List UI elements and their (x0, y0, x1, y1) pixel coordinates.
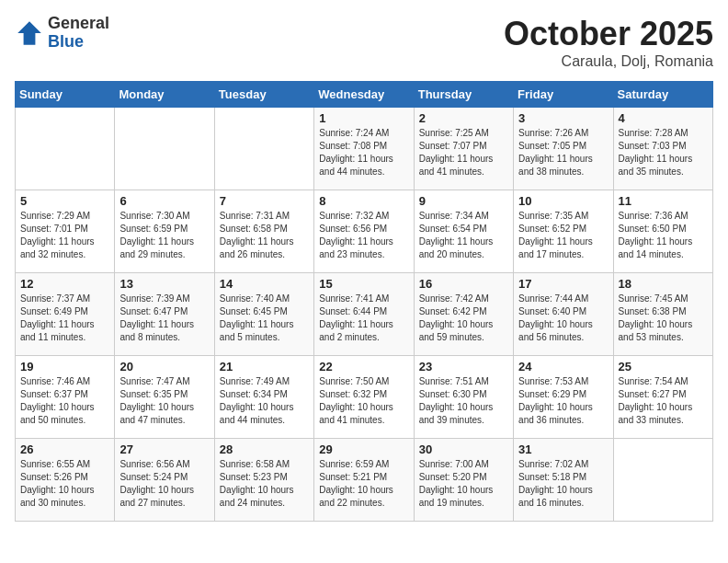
day-info: Sunrise: 7:51 AM Sunset: 6:30 PM Dayligh… (419, 375, 508, 427)
day-info: Sunrise: 7:47 AM Sunset: 6:35 PM Dayligh… (119, 375, 209, 427)
day-info: Sunrise: 7:25 AM Sunset: 7:07 PM Dayligh… (419, 127, 508, 178)
day-info: Sunrise: 7:37 AM Sunset: 6:49 PM Dayligh… (20, 293, 109, 344)
calendar-cell: 8Sunrise: 7:32 AM Sunset: 6:56 PM Daylig… (314, 190, 414, 273)
week-row-2: 5Sunrise: 7:29 AM Sunset: 7:01 PM Daylig… (16, 190, 713, 273)
day-info: Sunrise: 7:50 AM Sunset: 6:32 PM Dayligh… (319, 375, 408, 427)
calendar-cell: 20Sunrise: 7:47 AM Sunset: 6:35 PM Dayli… (115, 356, 214, 439)
calendar-cell: 14Sunrise: 7:40 AM Sunset: 6:45 PM Dayli… (214, 273, 313, 356)
calendar-cell: 11Sunrise: 7:36 AM Sunset: 6:50 PM Dayli… (613, 190, 712, 273)
day-info: Sunrise: 7:31 AM Sunset: 6:58 PM Dayligh… (220, 210, 309, 261)
day-number: 24 (518, 360, 608, 373)
day-info: Sunrise: 7:30 AM Sunset: 6:59 PM Dayligh… (119, 210, 209, 261)
header-day-saturday: Saturday (613, 82, 712, 108)
day-info: Sunrise: 7:54 AM Sunset: 6:27 PM Dayligh… (619, 375, 708, 427)
header-row: SundayMondayTuesdayWednesdayThursdayFrid… (16, 82, 713, 108)
logo-general: General (48, 15, 109, 33)
day-number: 28 (220, 442, 309, 456)
day-info: Sunrise: 7:00 AM Sunset: 5:20 PM Dayligh… (419, 458, 508, 510)
title-block: October 2025 Caraula, Dolj, Romania (504, 15, 713, 70)
calendar-header: SundayMondayTuesdayWednesdayThursdayFrid… (16, 82, 713, 108)
calendar-cell: 6Sunrise: 7:30 AM Sunset: 6:59 PM Daylig… (115, 190, 214, 273)
day-info: Sunrise: 7:02 AM Sunset: 5:18 PM Dayligh… (518, 458, 608, 510)
day-info: Sunrise: 7:40 AM Sunset: 6:45 PM Dayligh… (220, 293, 309, 344)
calendar-cell: 18Sunrise: 7:45 AM Sunset: 6:38 PM Dayli… (613, 273, 712, 356)
day-info: Sunrise: 6:59 AM Sunset: 5:21 PM Dayligh… (319, 458, 408, 510)
calendar-cell: 22Sunrise: 7:50 AM Sunset: 6:32 PM Dayli… (314, 356, 414, 439)
calendar-cell: 19Sunrise: 7:46 AM Sunset: 6:37 PM Dayli… (16, 356, 115, 439)
page-header: General Blue October 2025 Caraula, Dolj,… (15, 15, 713, 70)
day-info: Sunrise: 7:29 AM Sunset: 7:01 PM Dayligh… (20, 210, 109, 261)
subtitle: Caraula, Dolj, Romania (504, 53, 713, 70)
calendar-cell: 24Sunrise: 7:53 AM Sunset: 6:29 PM Dayli… (514, 356, 613, 439)
logo-blue: Blue (48, 33, 109, 52)
calendar-cell: 5Sunrise: 7:29 AM Sunset: 7:01 PM Daylig… (16, 190, 115, 273)
day-number: 3 (518, 111, 608, 125)
day-info: Sunrise: 6:55 AM Sunset: 5:26 PM Dayligh… (20, 458, 109, 510)
month-title: October 2025 (504, 15, 713, 53)
calendar-body: 1Sunrise: 7:24 AM Sunset: 7:08 PM Daylig… (16, 108, 713, 522)
day-info: Sunrise: 7:39 AM Sunset: 6:47 PM Dayligh… (119, 293, 209, 344)
day-number: 8 (319, 194, 408, 208)
logo: General Blue (15, 15, 109, 52)
calendar-cell: 16Sunrise: 7:42 AM Sunset: 6:42 PM Dayli… (414, 273, 513, 356)
calendar-cell: 7Sunrise: 7:31 AM Sunset: 6:58 PM Daylig… (214, 190, 313, 273)
calendar-cell: 23Sunrise: 7:51 AM Sunset: 6:30 PM Dayli… (414, 356, 513, 439)
day-number: 29 (319, 442, 408, 456)
day-number: 27 (119, 442, 209, 456)
calendar-cell (115, 108, 214, 190)
week-row-5: 26Sunrise: 6:55 AM Sunset: 5:26 PM Dayli… (16, 439, 713, 522)
calendar-cell: 12Sunrise: 7:37 AM Sunset: 6:49 PM Dayli… (16, 273, 115, 356)
calendar-cell: 26Sunrise: 6:55 AM Sunset: 5:26 PM Dayli… (16, 439, 115, 522)
day-number: 17 (518, 277, 608, 291)
day-info: Sunrise: 7:41 AM Sunset: 6:44 PM Dayligh… (319, 293, 408, 344)
calendar-cell: 10Sunrise: 7:35 AM Sunset: 6:52 PM Dayli… (514, 190, 613, 273)
week-row-4: 19Sunrise: 7:46 AM Sunset: 6:37 PM Dayli… (16, 356, 713, 439)
day-number: 26 (20, 442, 109, 456)
calendar-cell: 4Sunrise: 7:28 AM Sunset: 7:03 PM Daylig… (613, 108, 712, 190)
day-number: 10 (518, 194, 608, 208)
day-number: 13 (119, 277, 209, 291)
day-number: 18 (619, 277, 708, 291)
header-day-tuesday: Tuesday (214, 82, 313, 108)
day-info: Sunrise: 6:58 AM Sunset: 5:23 PM Dayligh… (220, 458, 309, 510)
calendar-cell: 28Sunrise: 6:58 AM Sunset: 5:23 PM Dayli… (214, 439, 313, 522)
calendar-cell (613, 439, 712, 522)
calendar-cell: 21Sunrise: 7:49 AM Sunset: 6:34 PM Dayli… (214, 356, 313, 439)
day-info: Sunrise: 7:35 AM Sunset: 6:52 PM Dayligh… (518, 210, 608, 261)
day-number: 15 (319, 277, 408, 291)
header-day-friday: Friday (514, 82, 613, 108)
day-number: 21 (220, 360, 309, 373)
calendar-cell: 30Sunrise: 7:00 AM Sunset: 5:20 PM Dayli… (414, 439, 513, 522)
day-number: 11 (619, 194, 708, 208)
calendar-cell: 1Sunrise: 7:24 AM Sunset: 7:08 PM Daylig… (314, 108, 414, 190)
calendar-cell (214, 108, 313, 190)
calendar-cell: 31Sunrise: 7:02 AM Sunset: 5:18 PM Dayli… (514, 439, 613, 522)
day-number: 1 (319, 111, 408, 125)
day-number: 4 (619, 111, 708, 125)
day-number: 16 (419, 277, 508, 291)
day-number: 20 (119, 360, 209, 373)
day-number: 14 (220, 277, 309, 291)
calendar-cell: 27Sunrise: 6:56 AM Sunset: 5:24 PM Dayli… (115, 439, 214, 522)
day-info: Sunrise: 7:24 AM Sunset: 7:08 PM Dayligh… (319, 127, 408, 178)
day-info: Sunrise: 7:45 AM Sunset: 6:38 PM Dayligh… (619, 293, 708, 344)
day-info: Sunrise: 7:42 AM Sunset: 6:42 PM Dayligh… (419, 293, 508, 344)
calendar-table: SundayMondayTuesdayWednesdayThursdayFrid… (15, 81, 713, 522)
day-number: 6 (119, 194, 209, 208)
day-info: Sunrise: 7:32 AM Sunset: 6:56 PM Dayligh… (319, 210, 408, 261)
calendar-cell: 9Sunrise: 7:34 AM Sunset: 6:54 PM Daylig… (414, 190, 513, 273)
logo-icon (15, 18, 44, 48)
day-number: 31 (518, 442, 608, 456)
calendar-cell: 25Sunrise: 7:54 AM Sunset: 6:27 PM Dayli… (613, 356, 712, 439)
calendar-cell: 17Sunrise: 7:44 AM Sunset: 6:40 PM Dayli… (514, 273, 613, 356)
calendar-cell: 15Sunrise: 7:41 AM Sunset: 6:44 PM Dayli… (314, 273, 414, 356)
calendar-cell: 2Sunrise: 7:25 AM Sunset: 7:07 PM Daylig… (414, 108, 513, 190)
header-day-thursday: Thursday (414, 82, 513, 108)
header-day-wednesday: Wednesday (314, 82, 414, 108)
day-number: 12 (20, 277, 109, 291)
day-info: Sunrise: 7:36 AM Sunset: 6:50 PM Dayligh… (619, 210, 708, 261)
day-number: 23 (419, 360, 508, 373)
day-info: Sunrise: 7:28 AM Sunset: 7:03 PM Dayligh… (619, 127, 708, 178)
header-day-sunday: Sunday (16, 82, 115, 108)
svg-marker-0 (17, 21, 41, 45)
